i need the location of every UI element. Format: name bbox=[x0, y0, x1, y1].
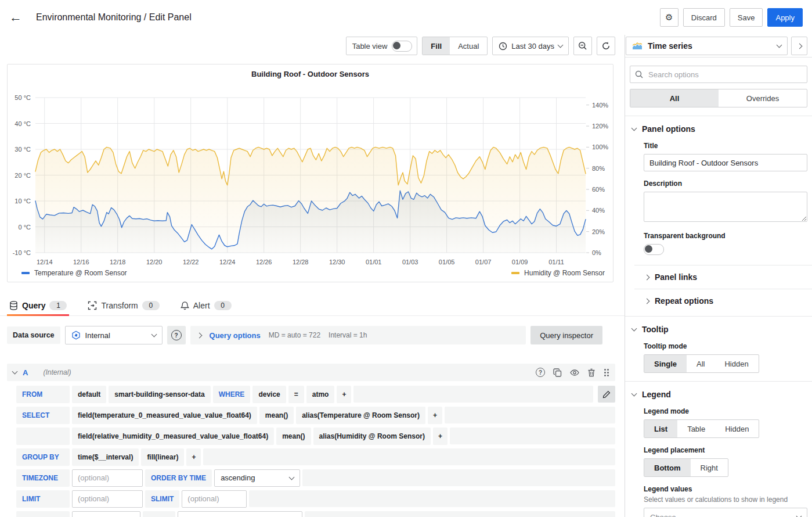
mean-segment[interactable]: mean() bbox=[276, 428, 311, 445]
legend-item-temperature[interactable]: Temperature @ Room Sensor bbox=[21, 269, 127, 277]
limit-input[interactable] bbox=[72, 490, 143, 508]
panel-title-input[interactable] bbox=[644, 154, 807, 171]
alias-segment[interactable]: alias(Temperature @ Room Sensor) bbox=[296, 407, 425, 424]
collapse-query-icon[interactable] bbox=[12, 369, 18, 375]
svg-text:10 °C: 10 °C bbox=[15, 198, 31, 204]
add-condition-button[interactable]: + bbox=[337, 386, 351, 403]
datasource-row: Data source Internal ? Query options MD … bbox=[7, 325, 615, 345]
search-icon bbox=[635, 70, 643, 78]
svg-text:01/07: 01/07 bbox=[475, 258, 492, 265]
svg-text:12/22: 12/22 bbox=[183, 258, 199, 265]
legend-placement-right[interactable]: Right bbox=[691, 459, 728, 476]
format-as-select[interactable]: Time series bbox=[72, 511, 140, 517]
save-button[interactable]: Save bbox=[730, 8, 763, 27]
zoom-out-icon bbox=[578, 41, 587, 51]
duplicate-query-button[interactable] bbox=[553, 368, 562, 377]
legend-mode-label: Legend mode bbox=[644, 407, 806, 415]
panel-description-textarea[interactable] bbox=[644, 192, 807, 222]
operator-segment[interactable]: = bbox=[288, 386, 304, 403]
section-tooltip[interactable]: Tooltip bbox=[625, 317, 812, 341]
disable-query-button[interactable] bbox=[570, 368, 579, 377]
tooltip-mode-all[interactable]: All bbox=[687, 355, 714, 372]
tag-key-segment[interactable]: device bbox=[252, 386, 286, 403]
actual-option[interactable]: Actual bbox=[450, 37, 487, 55]
copy-icon bbox=[553, 368, 562, 377]
timezone-row: TIMEZONE ORDER BY TIME ascending bbox=[16, 469, 615, 486]
orderby-select[interactable]: ascending bbox=[214, 469, 300, 487]
svg-text:12/18: 12/18 bbox=[110, 258, 126, 265]
limit-keyword: LIMIT bbox=[16, 490, 70, 508]
description-label: Description bbox=[644, 179, 806, 188]
legend-mode-table[interactable]: Table bbox=[677, 420, 715, 437]
datasource-select[interactable]: Internal bbox=[65, 326, 163, 344]
fill-segment[interactable]: fill(linear) bbox=[141, 448, 184, 466]
discard-button[interactable]: Discard bbox=[683, 8, 725, 27]
visualization-select[interactable]: Time series bbox=[626, 37, 788, 55]
row-filler bbox=[445, 407, 615, 423]
legend-mode-list[interactable]: List bbox=[644, 420, 677, 437]
delete-query-button[interactable] bbox=[587, 368, 596, 377]
query-options-bar[interactable]: Query options MD = auto = 722 Interval =… bbox=[190, 326, 526, 344]
measurement-segment[interactable]: smart-building-sensor-data bbox=[109, 386, 210, 403]
datasource-help-button[interactable]: ? bbox=[167, 326, 186, 344]
collapse-pane-button[interactable] bbox=[791, 37, 807, 55]
time-series-chart[interactable]: 50 °C40 °C30 °C20 °C10 °C0 °C-10 °C140%1… bbox=[8, 64, 613, 282]
svg-text:80%: 80% bbox=[592, 165, 605, 172]
section-panel-options[interactable]: Panel options bbox=[625, 116, 812, 141]
legend-mode-hidden[interactable]: Hidden bbox=[715, 420, 759, 437]
apply-button[interactable]: Apply bbox=[767, 8, 803, 27]
tab-query[interactable]: Query 1 bbox=[7, 301, 69, 315]
tab-overrides[interactable]: Overrides bbox=[719, 89, 807, 107]
time-range-label: Last 30 days bbox=[511, 42, 554, 51]
alert-count-badge: 0 bbox=[214, 301, 232, 310]
add-select-part-button[interactable]: + bbox=[433, 428, 447, 445]
refresh-button[interactable] bbox=[597, 37, 615, 55]
section-legend[interactable]: Legend bbox=[625, 382, 812, 406]
section-panel-links[interactable]: Panel links bbox=[625, 265, 812, 289]
search-options-input[interactable] bbox=[647, 70, 802, 80]
drag-handle[interactable] bbox=[604, 368, 609, 377]
tooltip-mode-hidden[interactable]: Hidden bbox=[714, 355, 758, 372]
legend-placement-bottom[interactable]: Bottom bbox=[644, 459, 691, 476]
transparent-background-toggle[interactable] bbox=[644, 244, 664, 255]
fill-option[interactable]: Fill bbox=[423, 37, 450, 55]
options-search bbox=[630, 66, 807, 83]
field-segment[interactable]: field(relative_humidity_0_measured_value… bbox=[72, 428, 274, 445]
add-groupby-button[interactable]: + bbox=[186, 448, 201, 466]
title-label: Title bbox=[644, 142, 806, 150]
time-interval-segment[interactable]: time($__interval) bbox=[72, 448, 139, 466]
timezone-input[interactable] bbox=[72, 469, 143, 487]
query-help-button[interactable]: ? bbox=[536, 368, 545, 377]
chevron-down-icon bbox=[558, 42, 564, 48]
field-segment[interactable]: field(temperature_0_measured_value_value… bbox=[72, 407, 257, 424]
tag-value-segment[interactable]: atmo bbox=[306, 386, 335, 403]
svg-text:01/05: 01/05 bbox=[439, 258, 455, 265]
trash-icon bbox=[587, 368, 596, 377]
back-arrow-icon[interactable]: ← bbox=[9, 11, 28, 24]
svg-text:01/11: 01/11 bbox=[548, 258, 564, 265]
select-keyword-empty bbox=[16, 428, 70, 445]
tab-alert[interactable]: Alert 0 bbox=[178, 301, 234, 315]
query-editor: A (Internal) ? FROM default smart-buildi… bbox=[7, 364, 615, 517]
mean-segment[interactable]: mean() bbox=[259, 407, 294, 424]
table-view-toggle[interactable] bbox=[392, 41, 412, 52]
tab-transform[interactable]: Transform 0 bbox=[85, 301, 161, 315]
legend-item-humidity[interactable]: Humidity @ Room Sensor bbox=[511, 269, 605, 277]
from-keyword: FROM bbox=[16, 386, 70, 403]
edit-raw-query-button[interactable] bbox=[598, 386, 615, 403]
legend-values-select[interactable]: Choose bbox=[644, 508, 807, 517]
legend-placement-group: Bottom Right bbox=[644, 458, 728, 477]
timezone-keyword: TIMEZONE bbox=[16, 469, 70, 487]
panel-settings-button[interactable]: ⚙ bbox=[660, 8, 679, 27]
slimit-input[interactable] bbox=[182, 490, 247, 508]
tab-all[interactable]: All bbox=[630, 89, 719, 107]
zoom-out-button[interactable] bbox=[573, 37, 592, 55]
query-inspector-button[interactable]: Query inspector bbox=[530, 326, 602, 344]
section-repeat-options[interactable]: Repeat options bbox=[625, 289, 812, 313]
tooltip-mode-single[interactable]: Single bbox=[644, 355, 687, 372]
add-select-part-button[interactable]: + bbox=[428, 407, 442, 424]
alias-input[interactable] bbox=[178, 511, 302, 517]
time-range-picker[interactable]: Last 30 days bbox=[492, 37, 569, 55]
alias-segment[interactable]: alias(Humidity @ Room Sensor) bbox=[313, 428, 431, 445]
retention-policy-segment[interactable]: default bbox=[72, 386, 106, 403]
